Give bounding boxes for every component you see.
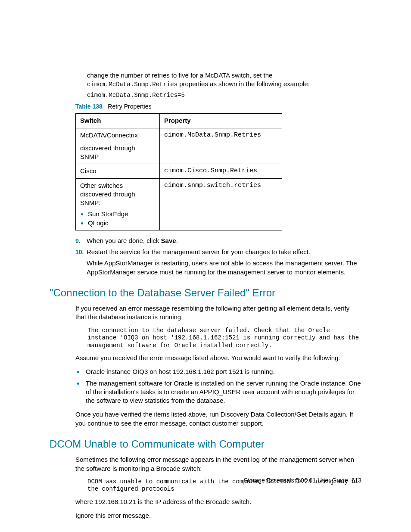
property-value: cimom.Cisco.Snmp.Retries: [160, 164, 282, 178]
list-item: Sun StorEdge: [88, 210, 155, 218]
section2-p3: Ignore this error message.: [75, 511, 361, 520]
section2-p2: where 192.168.10.21 is the IP address of…: [75, 498, 361, 506]
step-9: 9. When you are done, click Save.: [75, 236, 361, 245]
table-label: Table 138: [75, 103, 103, 110]
steps-list: 9. When you are done, click Save. 10. Re…: [75, 236, 361, 257]
table-header-switch: Switch: [76, 114, 160, 128]
intro-text-2: properties as shown in the following exa…: [177, 80, 310, 87]
list-item: Oracle instance OIQ3 on host 192.168.1.1…: [84, 367, 361, 376]
step-text: Restart the service for the management s…: [87, 248, 361, 256]
switch-name: Cisco: [76, 164, 160, 178]
section-heading-connection-failed: "Connection to the Database Server Faile…: [50, 286, 361, 300]
table-header-property: Property: [160, 114, 282, 128]
table-caption: Table 138 Retry Properties: [75, 102, 361, 111]
table-row: McDATA/Connectrix discovered through SNM…: [76, 128, 282, 164]
switch-name: Other switches discovered through SNMP:: [80, 181, 155, 208]
section1-code: The connection to the database server fa…: [87, 327, 361, 350]
step-number: 9.: [75, 236, 87, 245]
table-row: Other switches discovered through SNMP: …: [76, 178, 282, 230]
intro-code-inline: cimom.McData.Snmp.Retries: [87, 81, 177, 88]
section1-p1: If you received an error message resembl…: [75, 304, 361, 322]
intro-text-1: change the number of retries to five for…: [87, 72, 272, 79]
step-10-note: While AppStorManager is restarting, user…: [87, 259, 361, 277]
section1-bullets: Oracle instance OIQ3 on host 192.168.1.1…: [84, 367, 361, 405]
switch-name: McDATA/Connectrix: [80, 131, 155, 140]
intro-paragraph: change the number of retries to five for…: [87, 71, 361, 89]
list-item: The management software for Oracle is in…: [84, 379, 361, 405]
step-text-bold: Save: [161, 237, 176, 244]
step-10: 10. Restart the service for the manageme…: [75, 248, 361, 256]
section1-p2: Assume you received the error message li…: [75, 354, 361, 362]
page-footer: Storage Essentials 5.00.01 User Guide 61…: [244, 476, 361, 485]
property-value: cimom.McData.Snmp.Retries: [160, 128, 282, 164]
step-number: 10.: [75, 248, 87, 256]
footer-text: Storage Essentials 5.00.01 User Guide: [244, 477, 348, 484]
intro-example-code: cimom.McData.Snmp.Retries=5: [87, 91, 361, 100]
section-heading-dcom: DCOM Unable to Communicate with Computer: [50, 437, 361, 451]
switch-sub: discovered through SNMP: [80, 144, 155, 162]
list-item: QLogic: [88, 219, 155, 227]
step-text-post: .: [176, 237, 178, 244]
table-name: Retry Properties: [108, 103, 151, 110]
retry-properties-table: Switch Property McDATA/Connectrix discov…: [75, 113, 282, 230]
property-value: cimom.snmp.switch.retries: [160, 178, 282, 230]
step-text-pre: When you are done, click: [87, 237, 161, 244]
section2-p1: Sometimes the following error message ap…: [75, 455, 361, 473]
footer-page: 613: [352, 477, 361, 484]
section1-p3: Once you have verified the items listed …: [75, 410, 361, 428]
table-row: Cisco cimom.Cisco.Snmp.Retries: [76, 164, 282, 178]
